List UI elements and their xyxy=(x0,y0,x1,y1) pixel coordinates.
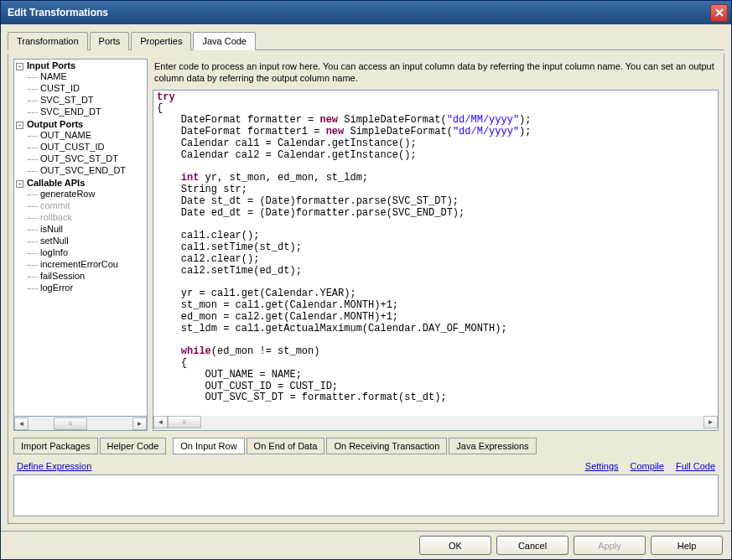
code-editor[interactable]: try { DateFormat formatter = new SimpleD… xyxy=(153,91,718,416)
tree-view[interactable]: -Input PortsNAMECUST_IDSVC_ST_DTSVC_END_… xyxy=(13,59,148,417)
footer-buttons: OK Cancel Apply Help xyxy=(1,531,731,559)
tree-item[interactable]: CUST_ID xyxy=(28,82,147,94)
tab-transformation[interactable]: Transformation xyxy=(8,32,88,50)
window-title: Edit Transformations xyxy=(8,7,108,18)
tab-on-end-of-data[interactable]: On End of Data xyxy=(247,438,325,454)
tree-hscrollbar[interactable]: ◄ ≡ ► xyxy=(13,417,148,431)
code-panel: Enter code to process an input row here.… xyxy=(153,59,719,431)
tree-item[interactable]: incrementErrorCou xyxy=(28,258,147,270)
tab-on-input-row[interactable]: On Input Row xyxy=(173,438,244,454)
define-expression-link[interactable]: Define Expression xyxy=(17,461,91,471)
tree-item[interactable]: OUT_SVC_END_DT xyxy=(28,164,147,176)
tree-item[interactable]: failSession xyxy=(28,270,147,282)
code-hscrollbar[interactable]: ◄ ≡ ► xyxy=(153,416,718,430)
bottom-tabs-row1: Import Packages Helper Code On Input Row… xyxy=(13,438,719,454)
tree-item[interactable]: OUT_SVC_ST_DT xyxy=(28,153,147,164)
ok-button[interactable]: OK xyxy=(419,536,491,555)
close-icon xyxy=(715,8,724,17)
tab-java-code[interactable]: Java Code xyxy=(193,32,256,50)
tree-item[interactable]: isNull xyxy=(28,223,147,235)
tree-item[interactable]: SVC_END_DT xyxy=(28,106,147,117)
tree-item[interactable]: OUT_CUST_ID xyxy=(28,141,147,153)
collapse-icon[interactable]: - xyxy=(16,63,23,70)
content-area: Transformation Ports Properties Java Cod… xyxy=(1,24,731,531)
tree-item[interactable]: setNull xyxy=(28,235,147,246)
tree-group[interactable]: -Callable APIsgenerateRowcommitrollbacki… xyxy=(16,177,147,294)
cancel-button[interactable]: Cancel xyxy=(496,536,568,555)
tree-group[interactable]: -Output PortsOUT_NAMEOUT_CUST_IDOUT_SVC_… xyxy=(16,118,147,177)
dialog-window: Edit Transformations Transformation Port… xyxy=(0,0,732,560)
tree-item[interactable]: logInfo xyxy=(28,246,147,258)
collapse-icon[interactable]: - xyxy=(16,122,23,129)
scroll-right-button[interactable]: ► xyxy=(703,416,718,428)
tree-item[interactable]: SVC_ST_DT xyxy=(28,94,147,106)
tab-on-receiving-transaction[interactable]: On Receiving Transaction xyxy=(326,438,447,454)
tab-helper-code[interactable]: Helper Code xyxy=(100,438,167,454)
split-pane: -Input PortsNAMECUST_IDSVC_ST_DTSVC_END_… xyxy=(13,59,719,431)
output-area[interactable] xyxy=(13,474,719,516)
tree-item[interactable]: rollback xyxy=(28,211,147,223)
main-pane: -Input PortsNAMECUST_IDSVC_ST_DTSVC_END_… xyxy=(8,54,724,524)
instructions-text: Enter code to process an input row here.… xyxy=(153,59,719,90)
tree-panel: -Input PortsNAMECUST_IDSVC_ST_DTSVC_END_… xyxy=(13,59,148,431)
tab-ports[interactable]: Ports xyxy=(90,32,130,50)
scroll-right-button[interactable]: ► xyxy=(132,417,147,430)
link-row: Define Expression Settings Compile Full … xyxy=(13,454,719,474)
help-button[interactable]: Help xyxy=(651,536,723,555)
settings-link[interactable]: Settings xyxy=(585,461,619,471)
tree-item[interactable]: NAME xyxy=(28,70,147,82)
top-tabs: Transformation Ports Properties Java Cod… xyxy=(8,31,724,50)
scroll-left-button[interactable]: ◄ xyxy=(153,416,168,428)
titlebar: Edit Transformations xyxy=(1,1,731,24)
tree-item[interactable]: generateRow xyxy=(28,188,147,200)
tab-java-expressions[interactable]: Java Expressions xyxy=(449,438,536,454)
collapse-icon[interactable]: - xyxy=(16,180,23,188)
tab-import-packages[interactable]: Import Packages xyxy=(13,438,98,454)
tree-group[interactable]: -Input PortsNAMECUST_IDSVC_ST_DTSVC_END_… xyxy=(16,60,147,118)
full-code-link[interactable]: Full Code xyxy=(676,461,715,471)
scroll-left-button[interactable]: ◄ xyxy=(14,417,29,430)
tree-item[interactable]: commit xyxy=(28,200,147,211)
tree-item[interactable]: logError xyxy=(28,282,147,293)
right-links: Settings Compile Full Code xyxy=(585,461,715,471)
tab-properties[interactable]: Properties xyxy=(131,32,191,50)
code-editor-wrap: try { DateFormat formatter = new SimpleD… xyxy=(153,90,719,431)
scroll-thumb[interactable]: ≡ xyxy=(54,417,87,430)
tree-item[interactable]: OUT_NAME xyxy=(28,129,147,141)
close-button[interactable] xyxy=(710,4,728,22)
compile-link[interactable]: Compile xyxy=(631,461,664,471)
scroll-thumb[interactable]: ≡ xyxy=(168,416,201,428)
apply-button[interactable]: Apply xyxy=(574,536,646,555)
